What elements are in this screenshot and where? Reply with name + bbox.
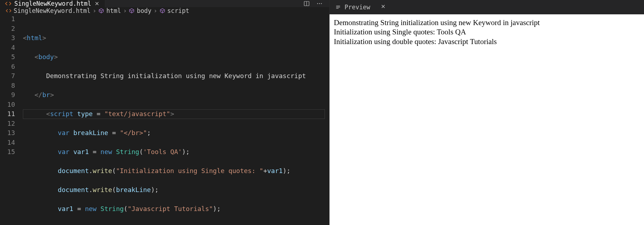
breadcrumb-script[interactable]: script	[160, 7, 189, 14]
line-number: 8	[0, 81, 15, 91]
string: "</br>"	[120, 129, 147, 137]
text: Demonstrating String initialization usin…	[46, 72, 306, 80]
split-editor-icon[interactable]	[303, 0, 310, 7]
ident: breakLine	[116, 186, 151, 193]
class: String	[116, 148, 139, 155]
line-number: 9	[0, 90, 15, 100]
preview-line: Demonstrating String initialization usin…	[334, 18, 640, 27]
class: String	[101, 205, 124, 212]
close-icon	[380, 4, 386, 9]
func: write	[93, 167, 112, 174]
ident: breakLine	[73, 129, 108, 137]
preview-icon	[335, 4, 341, 10]
ident: document	[58, 167, 89, 174]
line-number: 14	[0, 138, 15, 148]
more-icon[interactable]	[316, 0, 323, 7]
line-number: 2	[0, 24, 15, 34]
line-number: 13	[0, 128, 15, 138]
chevron-right-icon: ›	[123, 7, 127, 14]
file-tab-label: SingleNewKeyword.html	[14, 0, 91, 7]
preview-pane: Preview Demonstrating String initializat…	[329, 0, 644, 225]
string: "Javascript Tutorials"	[128, 205, 213, 212]
breadcrumbs[interactable]: SingleNewKeyword.html › html › body › sc…	[0, 7, 329, 14]
symbol-icon	[129, 8, 135, 14]
func: write	[93, 186, 112, 193]
line-number: 4	[0, 43, 15, 53]
tag: html	[27, 34, 42, 42]
code-area[interactable]: 1 2 3 4 5 6 7 8 9 10 11 12 13 14 15 <htm…	[0, 14, 329, 225]
breadcrumb-html-label: html	[106, 7, 121, 14]
preview-content: Demonstrating String initialization usin…	[330, 14, 644, 225]
ident: var1	[73, 148, 89, 155]
gutter: 1 2 3 4 5 6 7 8 9 10 11 12 13 14 15	[0, 14, 23, 225]
string: 'Tools QA'	[143, 148, 182, 155]
line-number: 15	[0, 147, 15, 157]
breadcrumb-body[interactable]: body	[129, 7, 151, 14]
file-html-icon	[6, 8, 11, 14]
svg-point-5	[319, 3, 320, 4]
breadcrumb-body-label: body	[137, 7, 151, 14]
preview-close[interactable]	[376, 4, 390, 11]
symbol-icon	[160, 8, 165, 14]
symbol-icon	[98, 8, 104, 14]
file-tab[interactable]: SingleNewKeyword.html	[0, 0, 105, 7]
tag: script	[50, 110, 73, 118]
line-number: 11	[0, 109, 15, 119]
preview-tab[interactable]: Preview	[330, 0, 376, 14]
line-number: 6	[0, 62, 15, 72]
line-number: 7	[0, 71, 15, 81]
chevron-right-icon: ›	[153, 7, 157, 14]
code[interactable]: <html> <body> Demonstrating String initi…	[23, 14, 329, 225]
line-number: 1	[0, 14, 15, 24]
attr: type	[77, 110, 93, 118]
preview-line: Initialization using Single quotes: Tool…	[334, 27, 640, 37]
kw: new	[101, 148, 112, 155]
preview-tab-bar: Preview	[330, 0, 644, 14]
kw: new	[85, 205, 97, 212]
kw: var	[58, 148, 70, 155]
kw: var	[58, 129, 70, 137]
breadcrumb-script-label: script	[167, 7, 189, 14]
chevron-right-icon: ›	[93, 7, 96, 14]
preview-tab-label: Preview	[345, 4, 370, 11]
line-number: 12	[0, 119, 15, 129]
line-number: 5	[0, 52, 15, 62]
tab-bar: SingleNewKeyword.html	[0, 0, 329, 7]
ident: var1	[58, 205, 73, 212]
line-number: 3	[0, 33, 15, 43]
breadcrumb-file[interactable]: SingleNewKeyword.html	[6, 7, 91, 14]
breadcrumb-file-label: SingleNewKeyword.html	[14, 7, 91, 14]
ident: document	[58, 186, 89, 193]
editor-pane: SingleNewKeyword.html SingleNewKeyword.h…	[0, 0, 329, 225]
close-icon[interactable]	[94, 1, 100, 6]
string: "text/javascript"	[104, 110, 170, 118]
tab-actions	[303, 0, 329, 7]
file-html-icon	[5, 0, 11, 7]
string: "Initialization using Single quotes: "	[116, 167, 263, 174]
ident: var1	[267, 167, 283, 174]
breadcrumb-html[interactable]: html	[98, 7, 121, 14]
preview-line: Initialization using double quotes: Java…	[334, 37, 640, 46]
svg-point-6	[321, 3, 322, 4]
tag: body	[38, 53, 54, 61]
tag: br	[42, 91, 50, 99]
line-number: 10	[0, 100, 15, 110]
svg-point-4	[317, 3, 318, 4]
